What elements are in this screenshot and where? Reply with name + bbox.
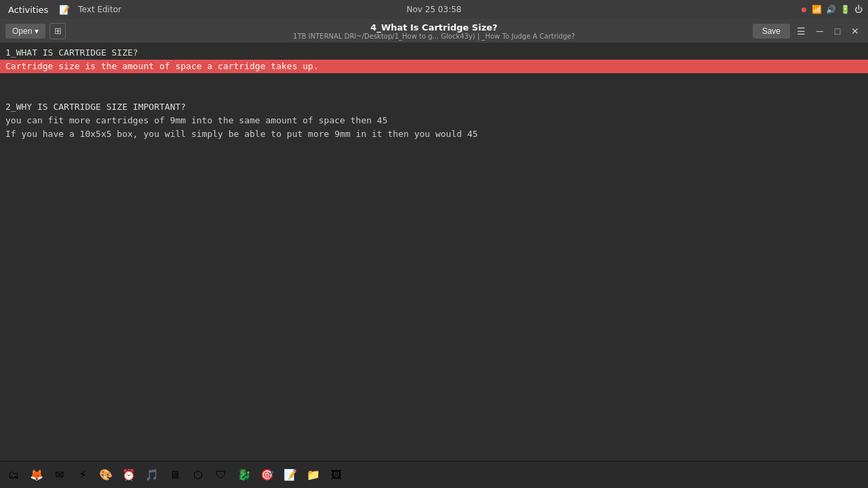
browser-icon[interactable]: 🦊 (26, 464, 47, 486)
file-title: 4_What Is Cartridge Size? (293, 22, 574, 33)
calendar-icon[interactable]: ⏰ (118, 464, 140, 486)
hamburger-icon: ☰ (797, 26, 806, 37)
title-bar-left: Open ▾ ⊞ (5, 23, 66, 39)
title-bar-right: Save ☰ ─ □ ✕ (753, 24, 863, 39)
shield-icon[interactable]: 🛡 (210, 464, 232, 486)
file-path: 1TB INTERNAL DRI~/Desktop/1_How to g... … (293, 33, 574, 40)
editor-line: 1_WHAT IS CARTRIDGE SIZE? (0, 46, 868, 60)
notes-icon[interactable]: 📝 (279, 464, 301, 486)
email-icon[interactable]: ✉ (49, 464, 71, 486)
top-bar-app-name: Text Editor (78, 5, 121, 14)
power-icon: ⏻ (854, 5, 863, 14)
close-button[interactable]: ✕ (848, 24, 863, 39)
save-button[interactable]: Save (753, 24, 790, 39)
folder-icon[interactable]: 📁 (302, 464, 324, 486)
top-bar-left: Activities 📝 Text Editor (5, 5, 121, 15)
system-tray: ⏺ 📶 🔊 🔋 ⏻ (800, 5, 863, 14)
dragon-icon[interactable]: 🐉 (233, 464, 255, 486)
editor-area[interactable]: 1_WHAT IS CARTRIDGE SIZE?Cartridge size … (0, 43, 868, 461)
editor-line (0, 87, 868, 100)
menu-button[interactable]: ☰ (794, 24, 808, 38)
hex-icon[interactable]: ⬡ (187, 464, 209, 486)
record-icon: ⏺ (800, 5, 808, 14)
top-bar-app-icon: 📝 (59, 5, 70, 15)
editor-line (0, 73, 868, 87)
new-tab-icon: ⊞ (54, 26, 62, 36)
target-icon[interactable]: 🎯 (256, 464, 278, 486)
title-bar: Open ▾ ⊞ 4_What Is Cartridge Size? 1TB I… (0, 19, 868, 43)
maximize-button[interactable]: □ (830, 24, 845, 39)
audio-icon: 🔊 (826, 5, 836, 14)
battery-icon: 🔋 (840, 5, 850, 14)
thunderbird-icon[interactable]: ⚡ (72, 464, 94, 486)
image-icon[interactable]: 🖼 (326, 464, 347, 486)
open-label: Open (12, 26, 32, 36)
taskbar: 🗂🦊✉⚡🎨⏰🎵🖥⬡🛡🐉🎯📝📁🖼 (0, 461, 868, 488)
top-bar: Activities 📝 Text Editor Nov 25 03:58 ⏺ … (0, 0, 868, 19)
window-controls: ─ □ ✕ (812, 24, 863, 39)
taskbar-left: 🗂🦊✉⚡🎨⏰🎵🖥⬡🛡🐉🎯📝📁🖼 (3, 464, 347, 486)
open-chevron-icon: ▾ (35, 26, 39, 36)
editor-line: 2_WHY IS CARTRIDGE SIZE IMPORTANT? (0, 100, 868, 114)
editor-content[interactable]: 1_WHAT IS CARTRIDGE SIZE?Cartridge size … (0, 46, 868, 141)
activities-button[interactable]: Activities (5, 5, 51, 15)
files-icon[interactable]: 🗂 (3, 464, 24, 486)
datetime-label: Nov 25 03:58 (407, 5, 462, 14)
new-tab-button[interactable]: ⊞ (50, 23, 66, 39)
editor-line: If you have a 10x5x5 box, you will simpl… (0, 127, 868, 141)
editor-line: Cartridge size is the amount of space a … (0, 60, 868, 73)
terminal-icon[interactable]: 🖥 (164, 464, 186, 486)
title-bar-center: 4_What Is Cartridge Size? 1TB INTERNAL D… (293, 22, 574, 40)
network-icon: 📶 (812, 5, 822, 14)
paint-icon[interactable]: 🎨 (95, 464, 117, 486)
music-icon[interactable]: 🎵 (141, 464, 163, 486)
editor-line: you can fit more cartridges of 9mm into … (0, 114, 868, 127)
minimize-button[interactable]: ─ (812, 24, 827, 39)
top-bar-datetime: Nov 25 03:58 (407, 5, 462, 14)
open-button[interactable]: Open ▾ (5, 24, 45, 39)
